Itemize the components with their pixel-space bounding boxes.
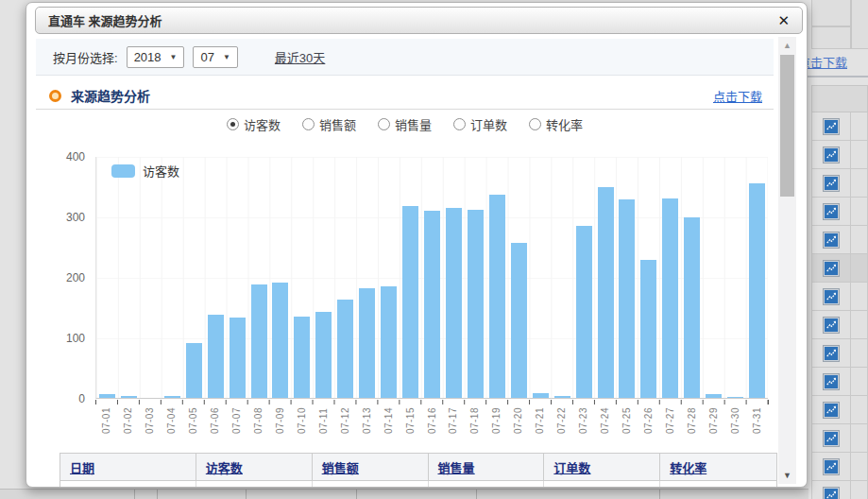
x-tick-text: 07-24 <box>600 407 610 434</box>
column-header-销售量[interactable]: 销售量 <box>429 454 545 480</box>
x-tick-text: 07-06 <box>210 407 220 434</box>
bar-slot <box>508 157 530 398</box>
background-grid-line <box>476 490 477 499</box>
background-icon-cell <box>812 481 851 499</box>
background-grid-line <box>356 490 357 499</box>
trend-chart-icon[interactable] <box>823 317 840 334</box>
metric-radio-转化率[interactable]: 转化率 <box>529 115 583 133</box>
recent-30-days-link[interactable]: 最近30天 <box>275 48 325 66</box>
bar-slot <box>681 157 703 398</box>
x-tick-label: 07-07 <box>226 407 247 434</box>
bar-07-13 <box>359 288 375 398</box>
bar-07-11 <box>315 312 332 398</box>
bar-slot <box>205 157 227 398</box>
date-filter-bar: 按月份选择: 2018 ▼ 07 ▼ 最近30天 <box>36 39 774 76</box>
trend-analysis-dialog: 直通车 来源趋势分析 ✕ 按月份选择: 2018 ▼ 07 ▼ 最近30天 来源… <box>26 2 808 488</box>
trend-chart-glyph <box>825 120 838 133</box>
trend-chart-icon[interactable] <box>823 402 840 419</box>
x-tick-text: 07-16 <box>427 407 437 434</box>
close-icon[interactable]: ✕ <box>777 13 790 27</box>
bar-slot <box>378 157 400 398</box>
trend-chart-icon[interactable] <box>823 118 840 135</box>
background-table-row <box>811 198 868 226</box>
year-select[interactable]: 2018 ▼ <box>127 46 185 68</box>
trend-chart-icon[interactable] <box>823 203 840 220</box>
bar-slot <box>724 157 746 398</box>
bar-07-10 <box>294 317 310 398</box>
month-select[interactable]: 07 ▼ <box>193 46 237 68</box>
background-icon-table <box>811 85 868 499</box>
x-tick-text: 07-29 <box>708 407 719 434</box>
background-icon-cell <box>812 396 851 423</box>
bar-slot <box>638 157 659 398</box>
trend-chart-glyph <box>825 262 838 275</box>
column-header-订单数[interactable]: 订单数 <box>544 454 660 480</box>
table-cell <box>196 481 313 488</box>
background-icon-cell <box>812 424 851 452</box>
x-tick-text: 07-13 <box>362 407 372 434</box>
x-tick-text: 07-04 <box>166 407 177 434</box>
trend-chart-icon[interactable] <box>823 345 840 362</box>
y-tick-label: 400 <box>51 150 85 163</box>
bar-slot <box>400 157 421 398</box>
trend-chart-glyph <box>825 432 838 445</box>
background-table-header-cell <box>811 86 868 112</box>
x-tick-label: 07-01 <box>95 407 117 434</box>
trend-chart-icon[interactable] <box>823 373 840 390</box>
trend-chart-icon[interactable] <box>823 260 840 277</box>
radio-icon[interactable] <box>453 118 466 130</box>
x-tick-text: 07-30 <box>730 407 740 434</box>
x-tick-label: 07-24 <box>594 407 616 434</box>
radio-icon[interactable] <box>302 118 315 130</box>
column-header-日期[interactable]: 日期 <box>60 454 196 480</box>
download-link[interactable]: 点击下载 <box>713 87 762 105</box>
bar-slot <box>270 157 292 398</box>
x-tick-text: 07-10 <box>297 407 307 434</box>
x-tick-text: 07-19 <box>491 407 502 434</box>
metric-radio-访客数[interactable]: 访客数 <box>227 115 281 133</box>
metric-radio-销售量[interactable]: 销售量 <box>378 115 432 133</box>
trend-chart-icon[interactable] <box>823 146 840 163</box>
chevron-down-icon: ▼ <box>223 53 230 61</box>
bar-07-17 <box>446 208 462 398</box>
metric-radio-订单数[interactable]: 订单数 <box>453 115 507 133</box>
radio-selected-icon[interactable] <box>227 118 239 130</box>
background-table-row <box>811 169 868 198</box>
background-icon-cell <box>812 254 851 282</box>
x-tick-text: 07-17 <box>448 407 458 434</box>
radio-icon[interactable] <box>378 118 390 130</box>
bar-slot <box>356 157 378 398</box>
background-icon-cell <box>812 226 851 253</box>
legend-swatch <box>111 164 135 178</box>
bar-07-18 <box>468 210 484 398</box>
dialog-scrollbar[interactable]: ▲ ▼ <box>778 37 796 484</box>
bar-slot <box>443 157 465 398</box>
trend-chart-icon[interactable] <box>823 175 840 192</box>
scroll-down-icon[interactable]: ▼ <box>778 471 796 480</box>
trend-chart-glyph <box>825 460 838 473</box>
column-header-访客数[interactable]: 访客数 <box>196 454 313 480</box>
x-tick-text: 07-09 <box>275 407 285 434</box>
trend-chart-glyph <box>825 318 838 332</box>
trend-chart-icon[interactable] <box>823 232 840 249</box>
background-table-row <box>811 283 868 311</box>
x-tick-label: 07-06 <box>204 407 226 434</box>
column-header-销售额[interactable]: 销售额 <box>313 454 429 480</box>
radio-icon[interactable] <box>529 118 541 130</box>
trend-chart-icon[interactable] <box>823 288 840 305</box>
x-tick-label: 07-04 <box>161 407 182 434</box>
metric-radio-销售额[interactable]: 销售额 <box>302 115 356 133</box>
trend-chart-icon[interactable] <box>823 430 840 447</box>
trend-chart-icon[interactable] <box>823 458 840 475</box>
x-tick-text: 07-18 <box>469 407 480 434</box>
background-table-row <box>811 368 868 396</box>
scrollbar-thumb[interactable] <box>780 55 794 197</box>
trend-chart-icon[interactable] <box>823 487 840 499</box>
column-header-转化率[interactable]: 转化率 <box>660 454 776 480</box>
dialog-titlebar[interactable]: 直通车 来源趋势分析 ✕ <box>35 7 803 34</box>
bar-slot <box>140 157 162 398</box>
bar-07-12 <box>337 300 353 398</box>
x-tick-label: 07-21 <box>529 407 551 434</box>
scroll-up-icon[interactable]: ▲ <box>778 41 796 50</box>
divider <box>802 76 868 77</box>
